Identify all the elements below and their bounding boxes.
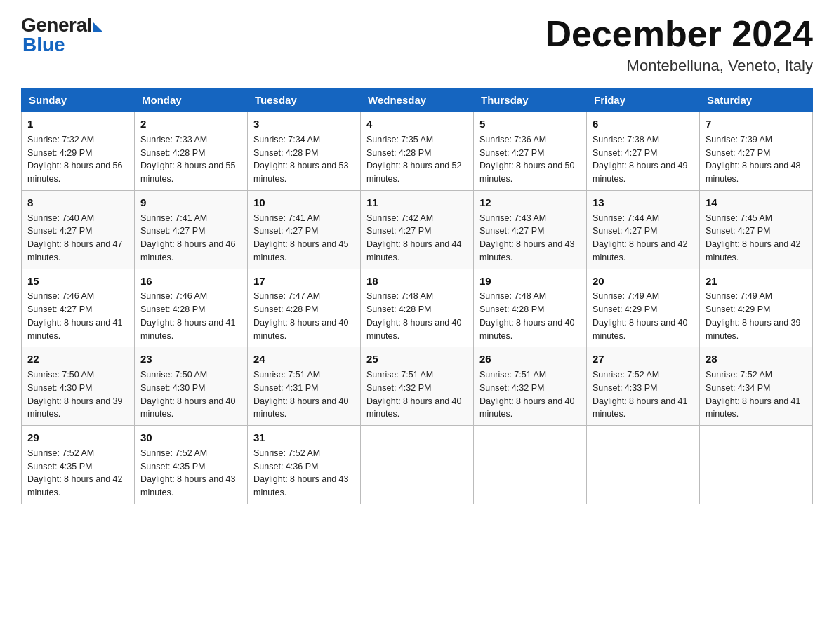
- day-cell: 27Sunrise: 7:52 AMSunset: 4:33 PMDayligh…: [587, 347, 700, 426]
- day-number: 22: [27, 351, 128, 367]
- week-row-5: 29Sunrise: 7:52 AMSunset: 4:35 PMDayligh…: [22, 426, 813, 504]
- day-info: Sunrise: 7:50 AMSunset: 4:30 PMDaylight:…: [27, 368, 128, 421]
- day-cell: 21Sunrise: 7:49 AMSunset: 4:29 PMDayligh…: [700, 269, 813, 347]
- day-info: Sunrise: 7:48 AMSunset: 4:28 PMDaylight:…: [479, 290, 581, 342]
- day-cell: 17Sunrise: 7:47 AMSunset: 4:28 PMDayligh…: [248, 269, 361, 347]
- day-cell: [474, 426, 587, 504]
- header-friday: Friday: [587, 88, 700, 112]
- day-number: 1: [27, 116, 128, 132]
- day-cell: 9Sunrise: 7:41 AMSunset: 4:27 PMDaylight…: [135, 190, 248, 269]
- day-number: 21: [706, 274, 807, 289]
- day-info: Sunrise: 7:32 AMSunset: 4:29 PMDaylight:…: [27, 133, 128, 186]
- day-number: 26: [479, 351, 581, 367]
- day-info: Sunrise: 7:49 AMSunset: 4:29 PMDaylight:…: [593, 290, 694, 342]
- day-info: Sunrise: 7:52 AMSunset: 4:36 PMDaylight:…: [253, 447, 355, 499]
- day-number: 29: [27, 430, 128, 445]
- day-info: Sunrise: 7:36 AMSunset: 4:27 PMDaylight:…: [479, 133, 581, 186]
- day-cell: 31Sunrise: 7:52 AMSunset: 4:36 PMDayligh…: [248, 426, 361, 504]
- day-info: Sunrise: 7:46 AMSunset: 4:28 PMDaylight:…: [140, 290, 241, 342]
- day-cell: 2Sunrise: 7:33 AMSunset: 4:28 PMDaylight…: [135, 112, 248, 191]
- day-number: 27: [593, 351, 694, 367]
- day-number: 20: [593, 274, 694, 289]
- header-monday: Monday: [135, 88, 248, 112]
- day-cell: 5Sunrise: 7:36 AMSunset: 4:27 PMDaylight…: [474, 112, 587, 191]
- day-info: Sunrise: 7:40 AMSunset: 4:27 PMDaylight:…: [27, 212, 128, 264]
- day-cell: 20Sunrise: 7:49 AMSunset: 4:29 PMDayligh…: [587, 269, 700, 347]
- day-cell: [587, 426, 700, 504]
- day-info: Sunrise: 7:38 AMSunset: 4:27 PMDaylight:…: [593, 133, 694, 186]
- day-number: 23: [140, 351, 241, 367]
- day-cell: 18Sunrise: 7:48 AMSunset: 4:28 PMDayligh…: [361, 269, 474, 347]
- day-info: Sunrise: 7:41 AMSunset: 4:27 PMDaylight:…: [140, 212, 241, 264]
- header-saturday: Saturday: [700, 88, 813, 112]
- day-info: Sunrise: 7:46 AMSunset: 4:27 PMDaylight:…: [27, 290, 128, 342]
- day-info: Sunrise: 7:52 AMSunset: 4:34 PMDaylight:…: [706, 368, 807, 421]
- header-wednesday: Wednesday: [361, 88, 474, 112]
- day-number: 10: [253, 195, 355, 210]
- day-info: Sunrise: 7:52 AMSunset: 4:35 PMDaylight:…: [27, 447, 128, 499]
- day-info: Sunrise: 7:39 AMSunset: 4:27 PMDaylight:…: [706, 133, 807, 186]
- day-cell: 4Sunrise: 7:35 AMSunset: 4:28 PMDaylight…: [361, 112, 474, 191]
- day-number: 7: [706, 116, 807, 132]
- day-cell: 22Sunrise: 7:50 AMSunset: 4:30 PMDayligh…: [22, 347, 135, 426]
- day-info: Sunrise: 7:42 AMSunset: 4:27 PMDaylight:…: [366, 212, 468, 264]
- day-number: 17: [253, 274, 355, 289]
- day-info: Sunrise: 7:51 AMSunset: 4:31 PMDaylight:…: [253, 368, 355, 421]
- day-cell: 23Sunrise: 7:50 AMSunset: 4:30 PMDayligh…: [135, 347, 248, 426]
- day-info: Sunrise: 7:49 AMSunset: 4:29 PMDaylight:…: [706, 290, 807, 342]
- day-info: Sunrise: 7:50 AMSunset: 4:30 PMDaylight:…: [140, 368, 241, 421]
- day-info: Sunrise: 7:48 AMSunset: 4:28 PMDaylight:…: [366, 290, 468, 342]
- calendar-table: SundayMondayTuesdayWednesdayThursdayFrid…: [21, 88, 813, 504]
- header-thursday: Thursday: [474, 88, 587, 112]
- day-cell: 26Sunrise: 7:51 AMSunset: 4:32 PMDayligh…: [474, 347, 587, 426]
- day-number: 24: [253, 351, 355, 367]
- day-info: Sunrise: 7:52 AMSunset: 4:33 PMDaylight:…: [593, 368, 694, 421]
- day-info: Sunrise: 7:33 AMSunset: 4:28 PMDaylight:…: [140, 133, 241, 186]
- day-number: 25: [366, 351, 468, 367]
- day-info: Sunrise: 7:52 AMSunset: 4:35 PMDaylight:…: [140, 447, 241, 499]
- day-number: 18: [366, 274, 468, 289]
- day-number: 3: [253, 116, 355, 132]
- day-number: 4: [366, 116, 468, 132]
- day-cell: 1Sunrise: 7:32 AMSunset: 4:29 PMDaylight…: [22, 112, 135, 191]
- day-number: 12: [479, 195, 581, 210]
- day-cell: 14Sunrise: 7:45 AMSunset: 4:27 PMDayligh…: [700, 190, 813, 269]
- day-info: Sunrise: 7:43 AMSunset: 4:27 PMDaylight:…: [479, 212, 581, 264]
- day-info: Sunrise: 7:51 AMSunset: 4:32 PMDaylight:…: [479, 368, 581, 421]
- header-tuesday: Tuesday: [248, 88, 361, 112]
- day-cell: 10Sunrise: 7:41 AMSunset: 4:27 PMDayligh…: [248, 190, 361, 269]
- day-cell: 19Sunrise: 7:48 AMSunset: 4:28 PMDayligh…: [474, 269, 587, 347]
- day-number: 31: [253, 430, 355, 445]
- day-cell: 8Sunrise: 7:40 AMSunset: 4:27 PMDaylight…: [22, 190, 135, 269]
- day-number: 28: [706, 351, 807, 367]
- day-number: 15: [27, 274, 128, 289]
- day-number: 5: [479, 116, 581, 132]
- week-row-3: 15Sunrise: 7:46 AMSunset: 4:27 PMDayligh…: [22, 269, 813, 347]
- day-cell: 7Sunrise: 7:39 AMSunset: 4:27 PMDaylight…: [700, 112, 813, 191]
- title-area: December 2024 Montebelluna, Veneto, Ital…: [545, 14, 813, 75]
- logo-blue-text: Blue: [22, 34, 65, 56]
- day-cell: 12Sunrise: 7:43 AMSunset: 4:27 PMDayligh…: [474, 190, 587, 269]
- day-info: Sunrise: 7:34 AMSunset: 4:28 PMDaylight:…: [253, 133, 355, 186]
- day-cell: 28Sunrise: 7:52 AMSunset: 4:34 PMDayligh…: [700, 347, 813, 426]
- location-text: Montebelluna, Veneto, Italy: [545, 57, 813, 75]
- day-number: 14: [706, 195, 807, 210]
- day-number: 2: [140, 116, 241, 132]
- header-sunday: Sunday: [22, 88, 135, 112]
- day-number: 30: [140, 430, 241, 445]
- day-cell: 11Sunrise: 7:42 AMSunset: 4:27 PMDayligh…: [361, 190, 474, 269]
- week-row-2: 8Sunrise: 7:40 AMSunset: 4:27 PMDaylight…: [22, 190, 813, 269]
- day-cell: 25Sunrise: 7:51 AMSunset: 4:32 PMDayligh…: [361, 347, 474, 426]
- day-cell: 24Sunrise: 7:51 AMSunset: 4:31 PMDayligh…: [248, 347, 361, 426]
- day-cell: 30Sunrise: 7:52 AMSunset: 4:35 PMDayligh…: [135, 426, 248, 504]
- day-info: Sunrise: 7:45 AMSunset: 4:27 PMDaylight:…: [706, 212, 807, 264]
- day-cell: 16Sunrise: 7:46 AMSunset: 4:28 PMDayligh…: [135, 269, 248, 347]
- page-header: General Blue December 2024 Montebelluna,…: [21, 14, 813, 75]
- day-info: Sunrise: 7:44 AMSunset: 4:27 PMDaylight:…: [593, 212, 694, 264]
- day-info: Sunrise: 7:35 AMSunset: 4:28 PMDaylight:…: [366, 133, 468, 186]
- day-number: 16: [140, 274, 241, 289]
- week-row-1: 1Sunrise: 7:32 AMSunset: 4:29 PMDaylight…: [22, 112, 813, 191]
- calendar-header-row: SundayMondayTuesdayWednesdayThursdayFrid…: [22, 88, 813, 112]
- day-number: 8: [27, 195, 128, 210]
- day-cell: [361, 426, 474, 504]
